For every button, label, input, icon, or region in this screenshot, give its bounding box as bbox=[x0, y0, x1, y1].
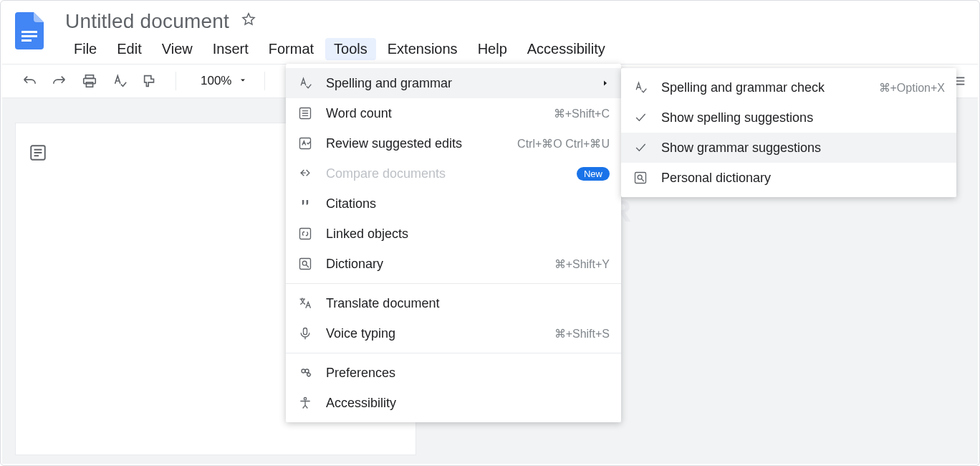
menu-item-label: Word count bbox=[326, 106, 541, 121]
menu-item-label: Accessibility bbox=[326, 396, 610, 411]
menu-view[interactable]: View bbox=[153, 38, 201, 60]
undo-icon[interactable] bbox=[21, 72, 38, 90]
shortcut-label: ⌘+Option+X bbox=[879, 81, 946, 95]
menu-divider bbox=[286, 353, 621, 353]
menu-item-voice-typing[interactable]: Voice typing⌘+Shift+S bbox=[286, 318, 621, 348]
zoom-dropdown[interactable]: 100% bbox=[201, 74, 247, 88]
menu-divider bbox=[286, 283, 621, 284]
chevron-right-icon bbox=[601, 76, 610, 91]
menu-item-translate[interactable]: Translate document bbox=[286, 288, 621, 318]
menu-item-preferences[interactable]: Preferences bbox=[286, 358, 621, 388]
redo-icon[interactable] bbox=[51, 72, 68, 90]
menu-item-sg-check[interactable]: Spelling and grammar check⌘+Option+X bbox=[621, 72, 956, 103]
menu-item-label: Compare documents bbox=[326, 166, 564, 181]
menu-insert[interactable]: Insert bbox=[204, 38, 257, 60]
menu-edit[interactable]: Edit bbox=[108, 38, 150, 60]
menu-item-review-edits[interactable]: Review suggested editsCtrl+⌘O Ctrl+⌘U bbox=[286, 128, 621, 158]
check-icon bbox=[633, 110, 648, 125]
menu-help[interactable]: Help bbox=[469, 38, 516, 60]
menu-item-label: Dictionary bbox=[326, 257, 542, 272]
svg-rect-16 bbox=[21, 39, 32, 42]
menu-item-label: Voice typing bbox=[326, 326, 542, 341]
docs-logo[interactable] bbox=[15, 12, 44, 49]
paint-format-icon[interactable] bbox=[141, 72, 158, 90]
menu-item-label: Show grammar suggestions bbox=[661, 141, 945, 156]
accessibility-icon bbox=[297, 395, 313, 411]
menu-bar: FileEditViewInsertFormatToolsExtensionsH… bbox=[65, 37, 614, 61]
shortcut-label: ⌘+Shift+S bbox=[554, 327, 610, 341]
citations-icon bbox=[297, 196, 313, 211]
menu-extensions[interactable]: Extensions bbox=[379, 38, 466, 60]
translate-icon bbox=[297, 295, 313, 311]
tools-menu-dropdown: Spelling and grammarWord count⌘+Shift+CR… bbox=[286, 64, 621, 422]
menu-tools[interactable]: Tools bbox=[325, 38, 376, 60]
spellcheck-icon bbox=[297, 75, 313, 91]
menu-item-compare: Compare documentsNew bbox=[286, 158, 621, 189]
menu-accessibility[interactable]: Accessibility bbox=[519, 38, 614, 60]
menu-item-dictionary[interactable]: Dictionary⌘+Shift+Y bbox=[286, 249, 621, 279]
star-icon[interactable] bbox=[241, 11, 256, 32]
toolbar-separator bbox=[176, 72, 176, 90]
menu-item-accessibility[interactable]: Accessibility bbox=[286, 388, 621, 418]
menu-item-label: Show spelling suggestions bbox=[661, 110, 945, 125]
check-icon bbox=[633, 140, 648, 156]
svg-rect-14 bbox=[21, 31, 37, 33]
menu-item-label: Translate document bbox=[326, 296, 610, 311]
menu-item-label: Spelling and grammar bbox=[326, 76, 588, 91]
menu-item-label: Personal dictionary bbox=[661, 171, 945, 186]
voice-icon bbox=[297, 325, 313, 341]
menu-item-personal-dict[interactable]: Personal dictionary bbox=[621, 163, 956, 193]
dictionary-icon bbox=[633, 170, 648, 186]
toolbar-separator bbox=[264, 72, 265, 90]
menu-item-label: Spelling and grammar check bbox=[661, 80, 866, 95]
menu-item-label: Review suggested edits bbox=[326, 136, 504, 151]
svg-rect-15 bbox=[21, 35, 37, 37]
spellcheck-icon bbox=[633, 80, 648, 95]
menu-item-word-count[interactable]: Word count⌘+Shift+C bbox=[286, 98, 621, 128]
menu-item-label: Linked objects bbox=[326, 227, 610, 242]
menu-item-spelling-grammar[interactable]: Spelling and grammar bbox=[286, 68, 621, 98]
wordcount-icon bbox=[297, 105, 313, 121]
menu-item-citations[interactable]: Citations bbox=[286, 189, 621, 219]
outline-icon[interactable] bbox=[28, 143, 48, 163]
menu-item-show-spell[interactable]: Show spelling suggestions bbox=[621, 103, 956, 133]
spelling-grammar-submenu: Spelling and grammar check⌘+Option+XShow… bbox=[621, 68, 956, 197]
new-badge: New bbox=[577, 167, 610, 181]
shortcut-label: ⌘+Shift+C bbox=[554, 107, 610, 120]
review-icon bbox=[297, 135, 313, 151]
shortcut-label: ⌘+Shift+Y bbox=[554, 257, 610, 271]
menu-item-label: Preferences bbox=[326, 366, 610, 381]
menu-item-show-grammar[interactable]: Show grammar suggestions bbox=[621, 133, 956, 163]
shortcut-label: Ctrl+⌘O Ctrl+⌘U bbox=[517, 137, 610, 151]
document-title[interactable]: Untitled document bbox=[65, 10, 229, 33]
menu-format[interactable]: Format bbox=[260, 38, 322, 60]
menu-item-linked-objects[interactable]: Linked objects bbox=[286, 219, 621, 249]
print-icon[interactable] bbox=[81, 72, 98, 90]
compare-icon bbox=[297, 166, 313, 181]
linked-icon bbox=[297, 226, 313, 242]
spellcheck-icon[interactable] bbox=[111, 72, 128, 90]
preferences-icon bbox=[297, 365, 313, 381]
zoom-value: 100% bbox=[201, 74, 231, 88]
chevron-down-icon bbox=[239, 74, 247, 88]
dictionary-icon bbox=[297, 256, 313, 272]
menu-file[interactable]: File bbox=[65, 38, 105, 60]
menu-item-label: Citations bbox=[326, 196, 610, 211]
